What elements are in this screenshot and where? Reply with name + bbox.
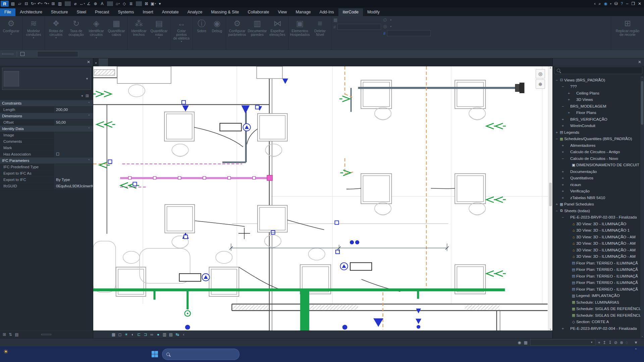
revit-logo-icon[interactable]: R <box>1 1 9 7</box>
close-properties-icon[interactable]: ✕ <box>87 60 90 64</box>
tree-expander[interactable]: + <box>561 170 565 174</box>
tree-item[interactable]: ⌂ 3D View: 3D - ILUMINAÇÃO - AM <box>553 253 644 260</box>
view-control-icon[interactable]: ‹ <box>180 332 187 337</box>
tree-expander[interactable]: + <box>567 111 571 115</box>
tree-item[interactable]: ▤ Floor Plan: TÉRREO - ILUMINAÇÃ <box>553 260 644 266</box>
view-control-icon[interactable]: ∞ <box>149 332 155 337</box>
back-icon[interactable]: ‹ <box>594 1 596 6</box>
dimension-empty-input[interactable] <box>337 24 381 30</box>
tree-item[interactable]: + 3D Views <box>553 97 644 103</box>
view-control-icon[interactable]: ⊏ <box>136 332 142 337</box>
tree-item[interactable]: + Ceiling Plans <box>553 90 644 97</box>
ribbon-tab[interactable]: Insert <box>138 8 157 16</box>
tree-item[interactable]: + ricaun <box>553 181 644 188</box>
panel-label[interactable] <box>289 44 331 50</box>
ribbon-button[interactable]: ↻Taxa deocupação <box>66 17 86 44</box>
tree-item[interactable]: ⌂ 3D View: 3D - ILUMINAÇÃO - AM <box>553 240 644 247</box>
type-selector[interactable]: ▼ <box>0 66 93 92</box>
tree-item[interactable]: + WireInConduit <box>553 123 644 129</box>
selection-toggle-icon[interactable]: ↥ <box>603 340 606 345</box>
store-cart-icon[interactable]: ⛁ <box>614 1 618 6</box>
ribbon-button[interactable]: ◉Debug <box>210 17 224 44</box>
dimension[interactable] <box>229 244 449 252</box>
property-row[interactable]: Offset 50,00 <box>0 119 93 126</box>
panel-label[interactable] <box>22 44 45 50</box>
close-browser-icon[interactable]: ✕ <box>638 60 641 64</box>
qat-icon[interactable]: ▣▾ <box>150 1 156 7</box>
hidden-icons-chevron[interactable]: ⌃ <box>635 348 637 352</box>
tree-item[interactable]: + ▤ Legends <box>553 129 644 136</box>
tree-item[interactable]: ◇ Section: CORTE A <box>553 319 644 325</box>
qat-icon[interactable]: ◇ <box>121 1 127 7</box>
property-row[interactable]: Image <box>0 132 93 138</box>
browser-search-input[interactable] <box>554 67 642 74</box>
view-control-icon[interactable]: ▥ <box>161 332 168 337</box>
tree-expander[interactable]: + <box>561 196 565 200</box>
qat-icon[interactable]: ▱ <box>17 1 23 7</box>
view-control-icon[interactable]: ▦ <box>110 332 117 337</box>
ribbon-tab[interactable]: Analyze <box>183 8 207 16</box>
ribbon-button[interactable]: ≡DeletarNível <box>310 17 330 44</box>
property-row[interactable]: IFC Parameters <box>0 158 93 164</box>
tree-item[interactable]: − Calculo de Circuitos - Novo <box>553 155 644 162</box>
qat-icon[interactable]: ⊟ <box>23 1 30 7</box>
tree-expander[interactable]: + <box>561 326 565 330</box>
ribbon-button[interactable]: ▣ElementosHospedados <box>290 17 310 44</box>
ribbon-button[interactable]: ↔Cotar pontosde elétrica▾ <box>172 17 191 44</box>
tree-expander[interactable]: + <box>561 150 565 154</box>
view-control-icon[interactable]: ▤ <box>168 332 174 337</box>
tree-item[interactable]: ▦ Schedule: SIGLAS DE REFERÊNCIA <box>553 306 644 312</box>
redisplay-dimensions-button[interactable]: ◎▾ <box>383 24 431 29</box>
ribbon-tab[interactable]: Architecture <box>15 8 47 16</box>
tree-item[interactable]: ▦ Schedule: LUMINÁRIAS <box>553 299 644 306</box>
ribbon-tab[interactable]: Manage <box>291 8 315 16</box>
tree-item[interactable]: + Quantitativos <box>553 175 644 182</box>
chevron-down-icon[interactable]: ▼ <box>86 77 89 80</box>
ribbon-button[interactable]: ≋Modelarconduítes▾ <box>24 17 43 44</box>
ribbon-tab[interactable]: Systems <box>113 8 138 16</box>
tree-item[interactable]: + PE-E-2023-BRVP-02-004 - Finalizada <box>553 325 644 332</box>
ribbon-tab[interactable]: Collaborate <box>244 8 274 16</box>
tree-item[interactable]: + Calculo de Circuitos - Antigo <box>553 149 644 156</box>
tree-expander[interactable]: − <box>561 157 565 161</box>
panel-label[interactable] <box>45 44 127 50</box>
properties-help-icon[interactable]: ⊞ <box>3 332 6 337</box>
tree-item[interactable]: ▤ Floor Plan: TÉRREO - ILUMINAÇÃ <box>553 273 644 280</box>
property-row[interactable]: Export to IFC By Type <box>0 177 93 183</box>
view-control-icon[interactable]: ⊐ <box>142 332 149 337</box>
account-menu[interactable]: ◉▾ <box>604 1 611 6</box>
qat-icon[interactable]: ≣ <box>128 1 134 7</box>
floor-plan-drawing[interactable] <box>93 66 548 330</box>
zoom-icon[interactable]: ⊕ <box>536 79 545 89</box>
tree-item[interactable]: + ▦ Panel Schedules <box>553 201 644 208</box>
help-icon[interactable]: ? <box>621 1 623 6</box>
property-row[interactable]: Dimensions <box>0 113 93 119</box>
ribbon-button[interactable]: ⓘSobre <box>194 17 209 44</box>
tree-item[interactable]: ⌂ 3D View: 3D - ILUMINAÇÃO <box>553 221 644 227</box>
qat-icon[interactable]: ▤ <box>10 1 16 7</box>
property-row[interactable]: IfcGUID 0EqufvuL9DlfJciinwrK... <box>0 183 93 189</box>
property-row[interactable]: Export to IFC As <box>0 170 93 177</box>
tree-item[interactable]: ▣ DIMENSIONAMENTO DE CIRCUIT <box>553 162 644 169</box>
design-option-select[interactable]: ▼ <box>530 339 595 346</box>
ribbon-button[interactable]: ⚙Configurar▾ <box>1 17 21 44</box>
navigation-wheel-icon[interactable]: ◎ <box>536 69 545 78</box>
tree-expander[interactable]: + <box>567 91 571 95</box>
tree-item[interactable]: + BRS_VERIFICAÇÃO <box>553 116 644 123</box>
qat-icon[interactable] <box>107 1 113 6</box>
tree-expander[interactable]: + <box>561 189 565 193</box>
start-button[interactable] <box>150 349 160 359</box>
qat-icon[interactable]: ⌀ <box>72 1 78 7</box>
restore-button[interactable]: ❐ <box>631 1 635 6</box>
qat-icon[interactable]: ⊠ <box>144 1 150 7</box>
property-row[interactable]: Length 200,00 <box>0 107 93 113</box>
view-tabs-menu-icon[interactable]: ▾ <box>93 61 99 66</box>
tree-expander[interactable]: − <box>555 78 559 82</box>
taskbar-search[interactable] <box>162 349 239 360</box>
selection-toggle-icon[interactable]: ⌖ <box>598 340 600 345</box>
ribbon-button[interactable]: ⊞Replicar regiãode recorte <box>612 17 643 44</box>
ribbon-button[interactable]: ⋈Espelharelevações <box>268 17 287 44</box>
ribbon-tab[interactable]: Precast <box>91 8 113 16</box>
panel-label[interactable] <box>226 44 288 50</box>
tree-expander[interactable]: + <box>555 202 559 206</box>
